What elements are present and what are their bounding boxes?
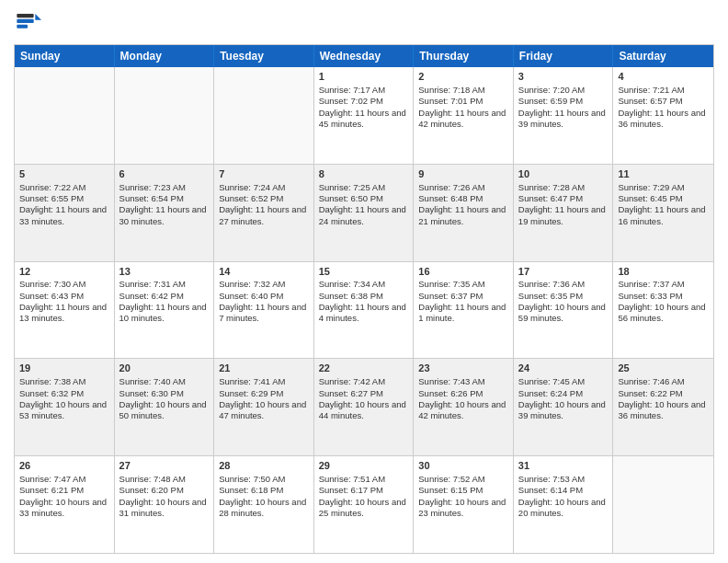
day-number: 2 (418, 70, 508, 84)
day-number: 17 (518, 265, 609, 279)
day-number: 31 (518, 459, 609, 473)
cell-text: Sunrise: 7:48 AM Sunset: 6:20 PM Dayligh… (119, 474, 210, 519)
svg-rect-4 (17, 25, 28, 29)
cell-text: Sunrise: 7:53 AM Sunset: 6:14 PM Dayligh… (518, 474, 609, 519)
day-number: 19 (19, 362, 109, 375)
calendar-cell-4-4: 30Sunrise: 7:52 AM Sunset: 6:15 PM Dayli… (414, 456, 514, 553)
weekday-header-friday: Friday (514, 45, 614, 67)
cell-text: Sunrise: 7:45 AM Sunset: 6:24 PM Dayligh… (518, 376, 609, 421)
svg-rect-3 (17, 19, 33, 23)
calendar-row-0: 1Sunrise: 7:17 AM Sunset: 7:02 PM Daylig… (15, 67, 713, 164)
day-number: 15 (319, 265, 409, 279)
cell-text: Sunrise: 7:34 AM Sunset: 6:38 PM Dayligh… (319, 279, 409, 324)
day-number: 27 (119, 459, 210, 473)
calendar-cell-0-2 (214, 67, 314, 164)
cell-text: Sunrise: 7:31 AM Sunset: 6:42 PM Dayligh… (119, 279, 210, 324)
day-number: 26 (19, 459, 109, 473)
calendar-cell-0-4: 2Sunrise: 7:18 AM Sunset: 7:01 PM Daylig… (414, 67, 514, 164)
calendar-cell-0-0 (15, 67, 115, 164)
calendar-cell-0-5: 3Sunrise: 7:20 AM Sunset: 6:59 PM Daylig… (514, 67, 614, 164)
day-number: 25 (618, 362, 709, 375)
calendar-cell-2-4: 16Sunrise: 7:35 AM Sunset: 6:37 PM Dayli… (414, 262, 514, 359)
day-number: 21 (219, 362, 309, 375)
day-number: 18 (618, 265, 709, 279)
cell-text: Sunrise: 7:37 AM Sunset: 6:33 PM Dayligh… (618, 279, 709, 324)
day-number: 10 (518, 167, 609, 181)
day-number: 7 (219, 167, 309, 181)
calendar-cell-2-5: 17Sunrise: 7:36 AM Sunset: 6:35 PM Dayli… (514, 262, 614, 359)
day-number: 13 (119, 265, 210, 279)
cell-text: Sunrise: 7:18 AM Sunset: 7:01 PM Dayligh… (418, 85, 508, 130)
cell-text: Sunrise: 7:30 AM Sunset: 6:43 PM Dayligh… (19, 279, 109, 324)
weekday-header-monday: Monday (115, 45, 215, 67)
calendar: SundayMondayTuesdayWednesdayThursdayFrid… (14, 44, 714, 554)
calendar-cell-3-6: 25Sunrise: 7:46 AM Sunset: 6:22 PM Dayli… (613, 359, 713, 455)
calendar-row-1: 5Sunrise: 7:22 AM Sunset: 6:55 PM Daylig… (15, 164, 713, 261)
day-number: 9 (418, 167, 508, 181)
calendar-cell-0-6: 4Sunrise: 7:21 AM Sunset: 6:57 PM Daylig… (613, 67, 713, 164)
day-number: 11 (618, 167, 709, 181)
day-number: 6 (119, 167, 210, 181)
cell-text: Sunrise: 7:36 AM Sunset: 6:35 PM Dayligh… (518, 279, 609, 324)
day-number: 3 (518, 70, 609, 84)
cell-text: Sunrise: 7:41 AM Sunset: 6:29 PM Dayligh… (219, 376, 309, 421)
cell-text: Sunrise: 7:17 AM Sunset: 7:02 PM Dayligh… (319, 85, 409, 130)
logo (14, 9, 45, 37)
day-number: 4 (618, 70, 709, 84)
day-number: 23 (418, 362, 508, 375)
calendar-cell-2-1: 13Sunrise: 7:31 AM Sunset: 6:42 PM Dayli… (115, 262, 215, 359)
weekday-header-thursday: Thursday (414, 45, 514, 67)
calendar-cell-4-0: 26Sunrise: 7:47 AM Sunset: 6:21 PM Dayli… (15, 456, 115, 553)
weekday-header-sunday: Sunday (15, 45, 115, 67)
calendar-cell-3-2: 21Sunrise: 7:41 AM Sunset: 6:29 PM Dayli… (214, 359, 314, 455)
calendar-cell-1-5: 10Sunrise: 7:28 AM Sunset: 6:47 PM Dayli… (514, 165, 614, 261)
cell-text: Sunrise: 7:29 AM Sunset: 6:45 PM Dayligh… (618, 182, 709, 227)
day-number: 8 (319, 167, 409, 181)
cell-text: Sunrise: 7:51 AM Sunset: 6:17 PM Dayligh… (319, 474, 409, 519)
page: SundayMondayTuesdayWednesdayThursdayFrid… (0, 0, 728, 563)
cell-text: Sunrise: 7:23 AM Sunset: 6:54 PM Dayligh… (119, 182, 210, 227)
calendar-cell-3-4: 23Sunrise: 7:43 AM Sunset: 6:26 PM Dayli… (414, 359, 514, 455)
calendar-cell-4-6 (613, 456, 713, 553)
day-number: 22 (319, 362, 409, 375)
cell-text: Sunrise: 7:40 AM Sunset: 6:30 PM Dayligh… (119, 376, 210, 421)
calendar-cell-3-5: 24Sunrise: 7:45 AM Sunset: 6:24 PM Dayli… (514, 359, 614, 455)
calendar-cell-1-2: 7Sunrise: 7:24 AM Sunset: 6:52 PM Daylig… (214, 165, 314, 261)
day-number: 20 (119, 362, 210, 375)
calendar-cell-0-1 (115, 67, 215, 164)
header (14, 9, 714, 37)
day-number: 12 (19, 265, 109, 279)
cell-text: Sunrise: 7:47 AM Sunset: 6:21 PM Dayligh… (19, 474, 109, 519)
weekday-header-saturday: Saturday (613, 45, 713, 67)
cell-text: Sunrise: 7:52 AM Sunset: 6:15 PM Dayligh… (418, 474, 508, 519)
calendar-cell-1-3: 8Sunrise: 7:25 AM Sunset: 6:50 PM Daylig… (314, 165, 415, 261)
calendar-cell-4-2: 28Sunrise: 7:50 AM Sunset: 6:18 PM Dayli… (214, 456, 314, 553)
cell-text: Sunrise: 7:46 AM Sunset: 6:22 PM Dayligh… (618, 376, 709, 421)
svg-rect-2 (17, 14, 33, 17)
calendar-cell-0-3: 1Sunrise: 7:17 AM Sunset: 7:02 PM Daylig… (314, 67, 415, 164)
calendar-cell-3-0: 19Sunrise: 7:38 AM Sunset: 6:32 PM Dayli… (15, 359, 115, 455)
calendar-cell-1-4: 9Sunrise: 7:26 AM Sunset: 6:48 PM Daylig… (414, 165, 514, 261)
cell-text: Sunrise: 7:25 AM Sunset: 6:50 PM Dayligh… (319, 182, 409, 227)
calendar-cell-4-3: 29Sunrise: 7:51 AM Sunset: 6:17 PM Dayli… (314, 456, 415, 553)
calendar-cell-4-5: 31Sunrise: 7:53 AM Sunset: 6:14 PM Dayli… (514, 456, 614, 553)
cell-text: Sunrise: 7:28 AM Sunset: 6:47 PM Dayligh… (518, 182, 609, 227)
cell-text: Sunrise: 7:22 AM Sunset: 6:55 PM Dayligh… (19, 182, 109, 227)
day-number: 29 (319, 459, 409, 473)
day-number: 16 (418, 265, 508, 279)
weekday-header-wednesday: Wednesday (314, 45, 415, 67)
calendar-cell-2-2: 14Sunrise: 7:32 AM Sunset: 6:40 PM Dayli… (214, 262, 314, 359)
calendar-cell-4-1: 27Sunrise: 7:48 AM Sunset: 6:20 PM Dayli… (115, 456, 215, 553)
day-number: 24 (518, 362, 609, 375)
calendar-cell-3-3: 22Sunrise: 7:42 AM Sunset: 6:27 PM Dayli… (314, 359, 415, 455)
cell-text: Sunrise: 7:26 AM Sunset: 6:48 PM Dayligh… (418, 182, 508, 227)
cell-text: Sunrise: 7:24 AM Sunset: 6:52 PM Dayligh… (219, 182, 309, 227)
day-number: 30 (418, 459, 508, 473)
calendar-cell-1-0: 5Sunrise: 7:22 AM Sunset: 6:55 PM Daylig… (15, 165, 115, 261)
cell-text: Sunrise: 7:50 AM Sunset: 6:18 PM Dayligh… (219, 474, 309, 519)
weekday-header-tuesday: Tuesday (214, 45, 314, 67)
calendar-cell-3-1: 20Sunrise: 7:40 AM Sunset: 6:30 PM Dayli… (115, 359, 215, 455)
day-number: 1 (319, 70, 409, 84)
cell-text: Sunrise: 7:21 AM Sunset: 6:57 PM Dayligh… (618, 85, 709, 130)
cell-text: Sunrise: 7:42 AM Sunset: 6:27 PM Dayligh… (319, 376, 409, 421)
